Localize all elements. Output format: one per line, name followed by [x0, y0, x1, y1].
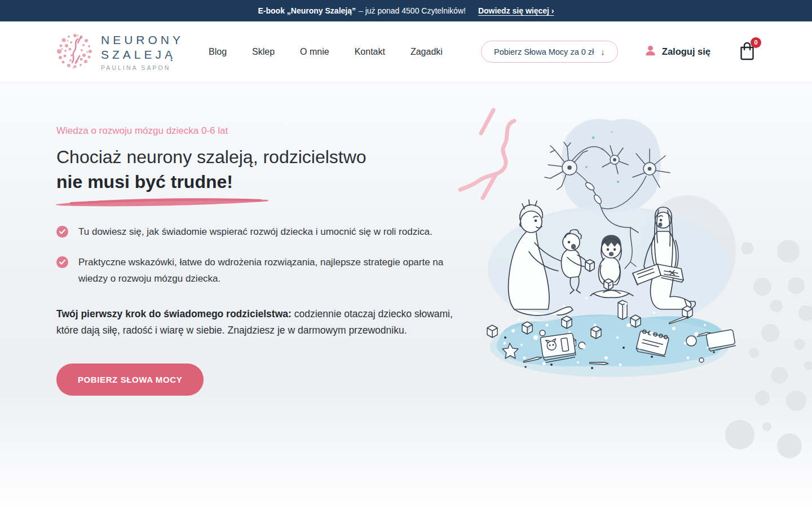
nav-item-blog[interactable]: Blog [209, 47, 227, 57]
login-label: Zaloguj się [662, 46, 710, 57]
main-nav: Blog Sklep O mnie Kontakt Zagadki [209, 47, 443, 57]
nav-item-zagadki[interactable]: Zagadki [411, 47, 443, 57]
nav-item-sklep[interactable]: Sklep [252, 47, 275, 57]
hero-section: Wiedza o rozwoju mózgu dziecka 0-6 lat C… [0, 82, 812, 508]
hero-heading: Chociaż neurony szaleją, rodzicielstwo n… [56, 144, 468, 194]
hero-eyebrow: Wiedza o rozwoju mózgu dziecka 0-6 lat [56, 125, 468, 137]
logo[interactable]: NEURONY SZALEJĄ PAULINA SAPOŃ [56, 32, 184, 72]
announcement-text: – już ponad 4500 Czytelników! [359, 6, 466, 15]
announcement-link[interactable]: Dowiedz się więcej › [478, 6, 554, 15]
checklist-item: Praktyczne wskazówki, łatwe do wdrożenia… [56, 254, 451, 287]
login-link[interactable]: Zaloguj się [644, 44, 710, 59]
announcement-ebook-title: E-book „Neurony Szaleją” [258, 6, 356, 15]
hero-paragraph-lead: Twój pierwszy krok do świadomego rodzici… [56, 308, 292, 319]
brush-underline-decoration [54, 195, 272, 209]
logo-line2: SZALEJĄ [101, 47, 184, 62]
logo-text: NEURONY SZALEJĄ PAULINA SAPOŃ [101, 33, 184, 71]
checklist-item-text: Praktyczne wskazówki, łatwe do wdrożenia… [78, 254, 451, 287]
pink-squiggle-decoration [460, 110, 514, 198]
logo-subtitle: PAULINA SAPOŃ [101, 64, 184, 71]
hero-checklist: Tu dowiesz się, jak świadomie wspierać r… [56, 224, 468, 287]
hero-illustration [451, 82, 812, 508]
cta-pobierz-slowa-mocy-button[interactable]: POBIERZ SŁOWA MOCY [56, 364, 204, 396]
logo-line1: NEURONY [101, 33, 184, 47]
checklist-item: Tu dowiesz się, jak świadomie wspierać r… [56, 224, 451, 240]
arrow-down-icon: ↓ [601, 47, 605, 56]
check-icon [56, 226, 68, 238]
nav-item-o-mnie[interactable]: O mnie [300, 47, 329, 57]
hero-content: Wiedza o rozwoju mózgu dziecka 0-6 lat C… [0, 82, 468, 396]
hero-heading-line2: nie musi być trudne! [56, 169, 468, 194]
dot-pattern-decoration [725, 240, 812, 458]
check-icon [56, 256, 68, 268]
hero-heading-line1: Chociaż neurony szaleją, rodzicielstwo [56, 147, 367, 167]
download-slowa-mocy-button[interactable]: Pobierz Słowa Mocy za 0 zł ↓ [481, 41, 618, 63]
nav-item-kontakt[interactable]: Kontakt [355, 47, 385, 57]
hero-paragraph: Twój pierwszy krok do świadomego rodzici… [56, 306, 461, 339]
cart-button[interactable]: 0 [739, 41, 756, 63]
user-icon [644, 44, 657, 59]
download-button-label: Pobierz Słowa Mocy za 0 zł [494, 47, 594, 56]
announcement-bar: E-book „Neurony Szaleją” – już ponad 450… [0, 0, 812, 21]
checklist-item-text: Tu dowiesz się, jak świadomie wspierać r… [78, 224, 433, 240]
site-header: NEURONY SZALEJĄ PAULINA SAPOŃ Blog Sklep… [0, 21, 812, 82]
cart-count-badge: 0 [751, 37, 761, 48]
logo-mark-icon [56, 32, 94, 72]
